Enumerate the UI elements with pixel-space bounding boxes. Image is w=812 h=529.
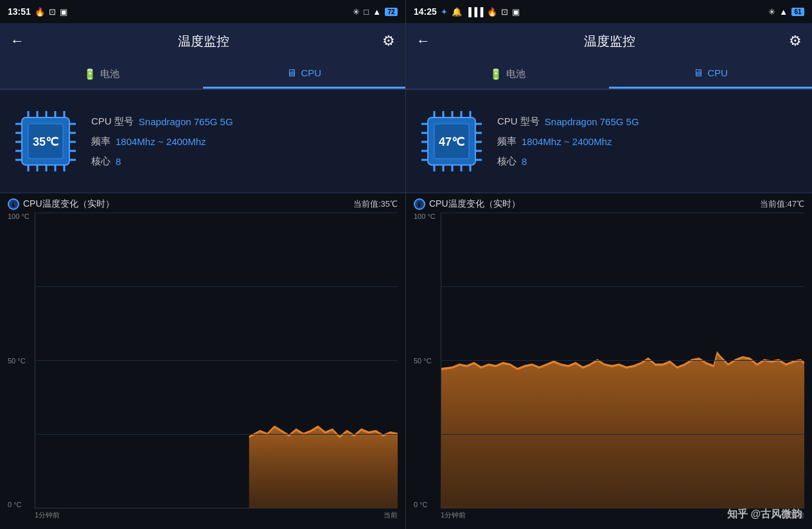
bell-icon-2: 🔔 xyxy=(452,7,462,17)
tab-cpu-1[interactable]: 🖥 CPU xyxy=(203,59,406,89)
svg-text:47℃: 47℃ xyxy=(439,135,464,148)
page-title-2: 温度监控 xyxy=(584,33,635,50)
back-button-2[interactable]: ← xyxy=(416,33,430,49)
chart-area-2 xyxy=(441,212,804,508)
tab-battery-1[interactable]: 🔋 电池 xyxy=(0,59,203,89)
cpu-info-2: 47℃ CPU 型号 Snapdragon 765G 5G 频率 1804Mhz… xyxy=(406,90,812,193)
chart-y-0-1: 0 °C xyxy=(8,501,35,508)
status-time-2: 14:25 xyxy=(414,6,437,17)
chart-section-1: 🌡 CPU温度变化（实时） 当前值:35℃ 100 °C 50 °C 0 °C xyxy=(0,193,405,529)
cpu-info-1: 35℃ CPU 型号 Snapdragon 765G 5G 频率 1804Mhz… xyxy=(0,90,405,193)
status-bar-1: 13:51 🔥 ⊡ ▣ ✳ □ ▲ 72 xyxy=(0,0,405,23)
tab-cpu-label-1: CPU xyxy=(301,67,321,78)
toolbar-1: ← 温度监控 ⚙ xyxy=(0,23,405,59)
wifi-icon-2: ▲ xyxy=(779,7,788,17)
tab-cpu-2[interactable]: 🖥 CPU xyxy=(609,59,812,89)
status-time-1: 13:51 xyxy=(8,6,31,17)
page-title-1: 温度监控 xyxy=(178,33,229,50)
chart-y-labels-2: 100 °C 50 °C 0 °C xyxy=(414,212,441,508)
tab-battery-label-2: 电池 xyxy=(506,68,525,80)
cpu-core-row-2: 核心 8 xyxy=(497,155,802,168)
tabs-1: 🔋 电池 🖥 CPU xyxy=(0,59,405,90)
cpu-freq-row-1: 频率 1804Mhz ~ 2400Mhz xyxy=(91,135,395,148)
chart-x-labels-1: 1分钟前 当前 xyxy=(35,508,398,521)
thermometer-icon-2: 🌡 xyxy=(414,198,425,210)
cpu-freq-value-1: 1804Mhz ~ 2400Mhz xyxy=(116,136,206,147)
chart-y-100-1: 100 °C xyxy=(8,212,35,220)
chart-section-2: 🌡 CPU温度变化（实时） 当前值:47℃ 100 °C 50 °C 0 °C xyxy=(406,193,812,529)
chart-header-2: 🌡 CPU温度变化（实时） 当前值:47℃ xyxy=(414,198,804,210)
grid-line-50-2 xyxy=(441,360,804,361)
cpu-freq-row-2: 频率 1804Mhz ~ 2400Mhz xyxy=(497,135,802,148)
tab-battery-2[interactable]: 🔋 电池 xyxy=(406,59,609,89)
chart-current-2: 当前值:47℃ xyxy=(760,198,804,210)
phone-panel-2: 14:25 ✦ 🔔 ▐▐▐ 🔥 ⊡ ▣ ✳ ▲ 61 ← 温度监控 ⚙ 🔋 电池… xyxy=(406,0,812,529)
grid-line-25-2 xyxy=(441,286,804,287)
signal-bars-2: ▐▐▐ xyxy=(466,7,484,17)
grid-line-top-2 xyxy=(441,212,804,213)
cpu-chip-1: 35℃ xyxy=(10,106,81,177)
status-icon-1a: ⊡ xyxy=(49,7,56,17)
battery-indicator-2: 61 xyxy=(791,8,804,16)
chart-area-1 xyxy=(35,212,398,508)
cpu-chip-2: 47℃ xyxy=(416,106,487,177)
chart-x-end-1: 当前 xyxy=(384,510,398,520)
fire-icon-2: 🔥 xyxy=(487,7,497,17)
chart-title-2: CPU温度变化（实时） xyxy=(429,198,520,210)
check-icon-2: ✦ xyxy=(441,7,448,17)
cpu-details-1: CPU 型号 Snapdragon 765G 5G 频率 1804Mhz ~ 2… xyxy=(91,116,395,168)
cpu-model-value-2: Snapdragon 765G 5G xyxy=(545,116,639,127)
svg-marker-23 xyxy=(249,427,398,508)
status-icon-1b: ▣ xyxy=(60,7,67,17)
chart-y-100-2: 100 °C xyxy=(414,212,441,220)
cpu-model-row-1: CPU 型号 Snapdragon 765G 5G xyxy=(91,116,395,128)
battery-indicator-1: 72 xyxy=(385,8,398,16)
chart-container-1: 100 °C 50 °C 0 °C xyxy=(8,212,398,521)
cpu-core-value-2: 8 xyxy=(522,156,527,167)
cpu-details-2: CPU 型号 Snapdragon 765G 5G 频率 1804Mhz ~ 2… xyxy=(497,116,802,168)
cpu-model-row-2: CPU 型号 Snapdragon 765G 5G xyxy=(497,116,802,128)
tab-cpu-label-2: CPU xyxy=(707,67,728,78)
status-icon-2b: ▣ xyxy=(512,7,520,17)
status-bar-2: 14:25 ✦ 🔔 ▐▐▐ 🔥 ⊡ ▣ ✳ ▲ 61 xyxy=(406,0,812,23)
gear-icon-1[interactable]: ⚙ xyxy=(382,33,395,49)
cpu-freq-value-2: 1804Mhz ~ 2400Mhz xyxy=(522,136,612,147)
chart-y-50-2: 50 °C xyxy=(414,357,441,365)
chart-title-row-2: 🌡 CPU温度变化（实时） xyxy=(414,198,520,210)
cpu-tab-icon-2: 🖥 xyxy=(693,67,703,79)
bluetooth-icon-2: ✳ xyxy=(768,7,775,17)
back-button-1[interactable]: ← xyxy=(10,33,24,49)
grid-line-50-1 xyxy=(35,360,398,361)
cpu-freq-label-1: 频率 xyxy=(91,135,110,148)
svg-text:35℃: 35℃ xyxy=(33,135,58,148)
bluetooth-icon-1: ✳ xyxy=(353,7,360,17)
content-area-1: 35℃ CPU 型号 Snapdragon 765G 5G 频率 1804Mhz… xyxy=(0,90,405,529)
grid-line-75-1 xyxy=(35,434,398,435)
chart-title-1: CPU温度变化（实时） xyxy=(23,198,114,210)
chart-header-1: 🌡 CPU温度变化（实时） 当前值:35℃ xyxy=(8,198,398,210)
battery-tab-icon-2: 🔋 xyxy=(490,68,502,80)
fire-icon-1: 🔥 xyxy=(35,7,45,17)
phone-panel-1: 13:51 🔥 ⊡ ▣ ✳ □ ▲ 72 ← 温度监控 ⚙ 🔋 电池 🖥 CPU xyxy=(0,0,406,529)
status-left-2: 14:25 ✦ 🔔 ▐▐▐ 🔥 ⊡ ▣ xyxy=(414,6,520,17)
toolbar-2: ← 温度监控 ⚙ xyxy=(406,23,812,59)
cpu-model-label-1: CPU 型号 xyxy=(91,116,134,128)
cpu-core-row-1: 核心 8 xyxy=(91,155,395,168)
cpu-core-label-2: 核心 xyxy=(497,155,516,168)
tabs-2: 🔋 电池 🖥 CPU xyxy=(406,59,812,90)
chart-container-2: 100 °C 50 °C 0 °C xyxy=(414,212,804,521)
cpu-core-value-1: 8 xyxy=(116,156,121,167)
tab-battery-label-1: 电池 xyxy=(100,68,119,80)
status-left-1: 13:51 🔥 ⊡ ▣ xyxy=(8,6,67,17)
watermark-2: 知乎 @古风微韵 xyxy=(727,508,802,521)
status-icon-2a: ⊡ xyxy=(501,7,508,17)
wifi-icon-1: ▲ xyxy=(373,7,381,17)
chart-current-1: 当前值:35℃ xyxy=(353,198,398,210)
battery-tab-icon-1: 🔋 xyxy=(84,68,96,80)
gear-icon-2[interactable]: ⚙ xyxy=(789,33,802,49)
chart-y-50-1: 50 °C xyxy=(8,357,35,365)
cpu-model-value-1: Snapdragon 765G 5G xyxy=(139,116,233,127)
chart-title-row-1: 🌡 CPU温度变化（实时） xyxy=(8,198,114,210)
grid-line-75-2 xyxy=(441,434,804,435)
svg-marker-47 xyxy=(441,353,804,508)
